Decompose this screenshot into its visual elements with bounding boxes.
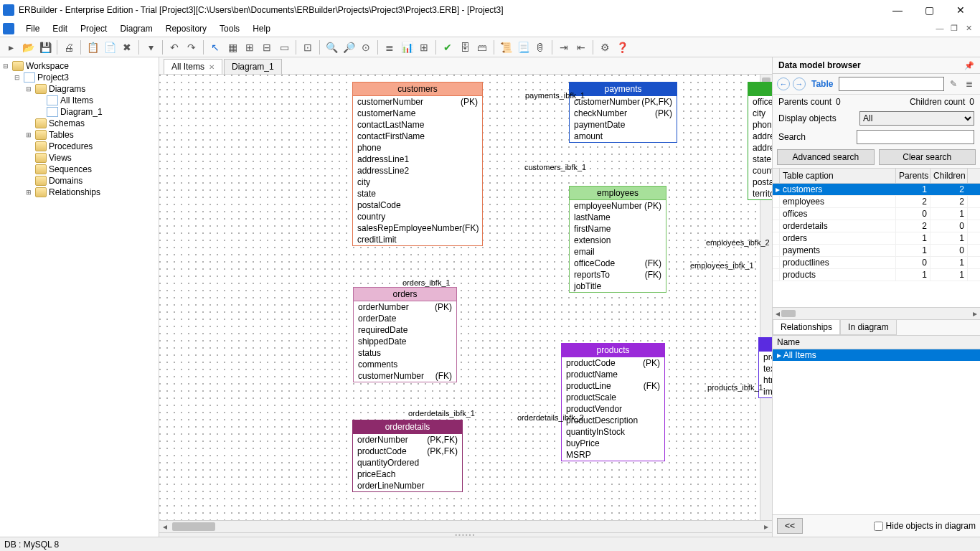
tree-toggle[interactable]: ⊞ [24, 131, 33, 138]
diagram-button[interactable]: ⊡ [300, 39, 316, 55]
tree-diagrams-folder[interactable]: Diagrams [49, 84, 85, 94]
mdi-restore-button[interactable]: ❐ [948, 24, 960, 33]
tree-toggle[interactable]: ⊟ [24, 85, 33, 93]
entity-orderdetails[interactable]: orderdetailsorderNumber(PK,FK)productCod… [352, 420, 463, 492]
entity-orders[interactable]: ordersorderNumber(PK)orderDaterequiredDa… [353, 287, 457, 382]
new-button[interactable]: ▸ [3, 39, 19, 55]
db-sync-button[interactable]: 🗄 [457, 39, 473, 55]
copy-button[interactable]: 📋 [85, 39, 100, 55]
table-row[interactable]: offices01 [773, 208, 980, 220]
table-combo[interactable] [839, 77, 944, 91]
grid-header-parents[interactable]: Parents [896, 169, 930, 183]
nav-back-button[interactable]: << [777, 518, 803, 534]
tree-diagram-item[interactable]: Diagram_1 [60, 107, 103, 117]
tree-project[interactable]: Project3 [37, 72, 69, 83]
relationship-label[interactable]: orderdetails_ibfk_1 [408, 409, 475, 418]
table-row[interactable]: ▸customers12 [773, 184, 980, 196]
table-row[interactable]: orders11 [773, 232, 980, 245]
grid-horizontal-scrollbar[interactable]: ◂▸ [773, 307, 980, 319]
help-button[interactable]: ❓ [614, 39, 630, 55]
tree-domains[interactable]: Domains [49, 176, 83, 186]
grid-header-children[interactable]: Children [930, 169, 968, 183]
tree-toggle[interactable]: ⊟ [13, 74, 22, 81]
script-button[interactable]: 📜 [498, 39, 514, 55]
undo-dropdown-button[interactable]: ▾ [143, 39, 159, 55]
export-button[interactable]: ⇤ [573, 39, 589, 55]
back-button[interactable]: ← [777, 77, 790, 90]
pin-icon[interactable]: 📌 [964, 61, 974, 70]
paste-button[interactable]: 📄 [102, 39, 118, 55]
table-tool[interactable]: ▦ [225, 39, 240, 55]
table-row[interactable]: productlines01 [773, 257, 980, 269]
relation-tool[interactable]: ⊞ [242, 39, 258, 55]
list-button[interactable]: ≣ [963, 79, 976, 89]
db-button[interactable]: 🛢 [532, 39, 548, 55]
pointer-tool[interactable]: ↖ [207, 39, 223, 55]
undo-button[interactable]: ↶ [166, 39, 182, 55]
horizontal-scrollbar[interactable]: ◂ ▸ [159, 520, 772, 532]
print-button[interactable]: 🖨 [61, 39, 77, 55]
validate-button[interactable]: ✔ [440, 39, 456, 55]
close-button[interactable]: ✕ [951, 4, 970, 16]
menu-tools[interactable]: Tools [214, 22, 245, 35]
tree-toggle[interactable]: ⊞ [24, 189, 33, 196]
relationship-label[interactable]: orderdetails_ibfk_2 [517, 413, 584, 422]
menu-edit[interactable]: Edit [47, 22, 73, 35]
tree-tables[interactable]: Tables [49, 130, 74, 140]
tab-close-icon[interactable]: ✕ [209, 63, 215, 71]
clear-search-button[interactable]: Clear search [879, 149, 976, 165]
relationship-label[interactable]: orders_ibfk_1 [402, 278, 451, 287]
open-button[interactable]: 📂 [20, 39, 36, 55]
search-input[interactable] [857, 130, 974, 144]
zoom-fit-button[interactable]: ⊙ [358, 39, 374, 55]
canvas-tab[interactable]: All Items✕ [164, 59, 222, 74]
entity-offices[interactable]: officesofficeCode(PK)cityphoneaddressLin… [748, 82, 772, 200]
relationships-list[interactable]: Name ▸ All Items [773, 335, 980, 514]
entity-payments[interactable]: paymentscustomerNumber(PK,FK)checkNumber… [569, 82, 677, 143]
zoom-out-button[interactable]: 🔎 [341, 39, 357, 55]
tab-in-diagram[interactable]: In diagram [840, 320, 897, 335]
tree-workspace[interactable]: Workspace [26, 61, 69, 71]
entity-customers[interactable]: customerscustomerNumber(PK)customerNamec… [352, 82, 483, 246]
relation2-tool[interactable]: ⊟ [259, 39, 275, 55]
tree-procedures[interactable]: Procedures [49, 141, 93, 151]
tree-diagram-item[interactable]: All Items [60, 95, 93, 105]
edit-button[interactable]: ✎ [947, 79, 960, 89]
relationship-label[interactable]: customers_ibfk_1 [524, 163, 586, 171]
windows-button[interactable]: ⊞ [416, 39, 432, 55]
mdi-minimize-button[interactable]: — [934, 24, 946, 33]
entity-employees[interactable]: employeesemployeeNumber(PK)lastNamefirst… [569, 186, 666, 293]
relationship-label[interactable]: employees_ibfk_1 [690, 261, 754, 270]
display-objects-select[interactable]: All [859, 111, 974, 126]
menu-diagram[interactable]: Diagram [114, 22, 158, 35]
workspace-tree[interactable]: ⊟Workspace ⊟Project3 ⊟Diagrams All Items… [0, 57, 159, 537]
mdi-close-button[interactable]: ✕ [963, 24, 974, 33]
entity-products[interactable]: productsproductCode(PK)productNameproduc… [561, 343, 665, 461]
report-button[interactable]: 📊 [399, 39, 415, 55]
advanced-search-button[interactable]: Advanced search [777, 149, 875, 165]
minimize-button[interactable]: — [888, 4, 907, 16]
table-row[interactable]: products11 [773, 269, 980, 281]
menu-file[interactable]: File [20, 22, 45, 35]
db-import-button[interactable]: 🗃 [474, 39, 490, 55]
tree-views[interactable]: Views [49, 153, 72, 163]
tree-schemas[interactable]: Schemas [49, 118, 85, 128]
maximize-button[interactable]: ▢ [920, 4, 938, 16]
canvas-tab[interactable]: Diagram_1 [224, 59, 282, 74]
note-tool[interactable]: ▭ [276, 39, 292, 55]
grid-header-caption[interactable]: Table caption [780, 169, 896, 183]
tree-relationships[interactable]: Relationships [49, 187, 100, 197]
menu-repository[interactable]: Repository [160, 22, 212, 35]
import-button[interactable]: ⇥ [556, 39, 572, 55]
delete-button[interactable]: ✖ [119, 39, 135, 55]
list-item[interactable]: ▸ All Items [773, 349, 980, 361]
table-row[interactable]: employees22 [773, 196, 980, 208]
menu-help[interactable]: Help [247, 22, 276, 35]
table-row[interactable]: orderdetails20 [773, 220, 980, 232]
hide-objects-checkbox[interactable]: Hide objects in diagram [874, 521, 976, 531]
redo-button[interactable]: ↷ [184, 39, 199, 55]
diagram-canvas[interactable]: customerscustomerNumber(PK)customerNamec… [159, 75, 772, 520]
script2-button[interactable]: 📃 [515, 39, 531, 55]
settings-button[interactable]: ⚙ [597, 39, 613, 55]
relationship-label[interactable]: employees_ibfk_2 [706, 238, 770, 247]
